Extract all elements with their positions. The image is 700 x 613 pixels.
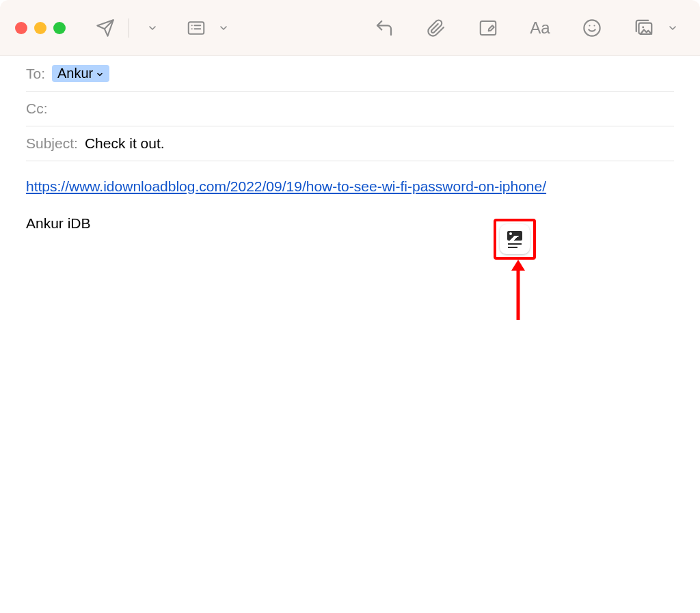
image-preview-icon [507,231,522,241]
cc-label: Cc: [26,100,48,117]
link-preview-highlight [494,219,536,260]
annotation-arrow [511,260,525,324]
format-button[interactable]: Aa [528,16,552,40]
to-label: To: [26,66,45,82]
message-body[interactable]: https://www.idownloadblog.com/2022/09/19… [0,161,700,248]
photo-browser-dropdown[interactable] [660,16,685,40]
body-link[interactable]: https://www.idownloadblog.com/2022/09/19… [26,178,546,194]
compose-window: Aa To: Ankur Cc: Subject: [0,0,700,613]
format-icon: Aa [530,18,550,38]
svg-rect-0 [189,22,204,34]
content-area: To: Ankur Cc: Subject: Check it out. htt… [0,56,700,613]
recipient-chip[interactable]: Ankur [52,65,109,82]
cc-field-row[interactable]: Cc: [26,92,674,126]
text-lines-icon [508,243,522,248]
subject-label: Subject: [26,135,78,152]
svg-point-6 [584,20,600,36]
to-field-row[interactable]: To: Ankur [26,56,674,92]
recipient-name: Ankur [57,66,93,81]
toolbar: Aa [0,0,700,56]
emoji-button[interactable] [580,16,604,40]
minimize-window-button[interactable] [34,22,46,34]
subject-field-row[interactable]: Subject: Check it out. [26,126,674,161]
header-fields-button[interactable] [184,16,208,40]
window-controls [15,22,66,34]
attach-button[interactable] [424,16,448,40]
photo-browser-button[interactable] [632,16,656,40]
toolbar-separator [129,18,129,38]
reply-button[interactable] [372,16,396,40]
markup-button[interactable] [476,16,500,40]
header-fields: To: Ankur Cc: Subject: Check it out. [0,56,700,161]
maximize-window-button[interactable] [53,22,66,34]
close-window-button[interactable] [15,22,27,34]
subject-value: Check it out. [85,135,165,152]
svg-point-10 [642,26,644,28]
send-options-dropdown[interactable] [140,16,165,40]
header-fields-dropdown[interactable] [211,16,236,40]
chevron-down-icon [96,70,104,79]
send-button[interactable] [93,16,118,40]
svg-marker-12 [511,260,525,271]
link-preview-toggle-button[interactable] [500,224,530,254]
signature: Ankur iDB [26,212,674,235]
